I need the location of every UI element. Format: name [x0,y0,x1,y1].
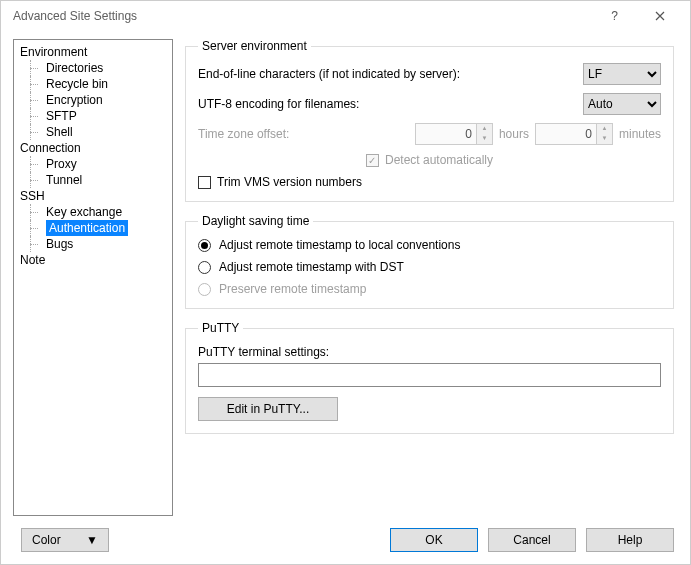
group-dst: Daylight saving time Adjust remote times… [185,214,674,309]
help-button[interactable]: Help [586,528,674,552]
color-button[interactable]: Color ▼ [21,528,109,552]
tree-sftp[interactable]: SFTP [16,108,170,124]
tree-connection[interactable]: Connection [16,140,170,156]
tree-key-exchange[interactable]: Key exchange [16,204,170,220]
main-panel: Server environment End-of-line character… [185,39,678,516]
tree-directories[interactable]: Directories [16,60,170,76]
window-title: Advanced Site Settings [9,9,592,23]
putty-settings-label: PuTTY terminal settings: [198,345,661,359]
tz-minutes-unit: minutes [619,127,661,141]
cancel-button[interactable]: Cancel [488,528,576,552]
edit-in-putty-button[interactable]: Edit in PuTTY... [198,397,338,421]
tz-minutes-spinner: ▲▼ [535,123,613,145]
group-dst-legend: Daylight saving time [198,214,313,228]
close-icon[interactable] [637,2,682,30]
group-server-environment: Server environment End-of-line character… [185,39,674,202]
tree-proxy[interactable]: Proxy [16,156,170,172]
tree-shell[interactable]: Shell [16,124,170,140]
eol-select[interactable]: LF [583,63,661,85]
dst-withdst-label: Adjust remote timestamp with DST [219,260,404,274]
checkbox-icon [198,176,211,189]
titlebar: Advanced Site Settings ? [1,1,690,31]
tz-hours-input [416,124,476,144]
tree-bugs[interactable]: Bugs [16,236,170,252]
tree-environment[interactable]: Environment [16,44,170,60]
timezone-label: Time zone offset: [198,127,409,141]
utf8-select[interactable]: Auto [583,93,661,115]
dropdown-icon: ▼ [86,533,98,547]
tree-encryption[interactable]: Encryption [16,92,170,108]
putty-settings-input[interactable] [198,363,661,387]
nav-tree[interactable]: Environment Directories Recycle bin Encr… [13,39,173,516]
tree-authentication[interactable]: Authentication [16,220,170,236]
help-icon[interactable]: ? [592,2,637,30]
ok-button[interactable]: OK [390,528,478,552]
dialog-window: Advanced Site Settings ? Environment Dir… [0,0,691,565]
tz-minutes-input [536,124,596,144]
detect-automatically-label: Detect automatically [385,153,493,167]
dst-withdst-radio[interactable]: Adjust remote timestamp with DST [198,260,661,274]
checkbox-icon: ✓ [366,154,379,167]
group-putty: PuTTY PuTTY terminal settings: Edit in P… [185,321,674,434]
dst-preserve-label: Preserve remote timestamp [219,282,366,296]
trim-vms-checkbox[interactable]: Trim VMS version numbers [198,175,362,189]
spinner-arrows-icon: ▲▼ [596,124,612,144]
dst-local-radio[interactable]: Adjust remote timestamp to local convent… [198,238,661,252]
radio-on-icon [198,239,211,252]
detect-automatically-checkbox: ✓ Detect automatically [366,153,493,167]
group-putty-legend: PuTTY [198,321,243,335]
tz-hours-unit: hours [499,127,529,141]
group-server-environment-legend: Server environment [198,39,311,53]
dst-preserve-radio: Preserve remote timestamp [198,282,661,296]
dst-local-label: Adjust remote timestamp to local convent… [219,238,460,252]
spinner-arrows-icon: ▲▼ [476,124,492,144]
trim-vms-label: Trim VMS version numbers [217,175,362,189]
tree-note[interactable]: Note [16,252,170,268]
tree-tunnel[interactable]: Tunnel [16,172,170,188]
tree-recycle-bin[interactable]: Recycle bin [16,76,170,92]
tz-hours-spinner: ▲▼ [415,123,493,145]
tree-ssh[interactable]: SSH [16,188,170,204]
eol-label: End-of-line characters (if not indicated… [198,67,577,81]
footer: Color ▼ OK Cancel Help [1,516,690,564]
radio-off-icon [198,283,211,296]
radio-off-icon [198,261,211,274]
utf8-label: UTF-8 encoding for filenames: [198,97,577,111]
